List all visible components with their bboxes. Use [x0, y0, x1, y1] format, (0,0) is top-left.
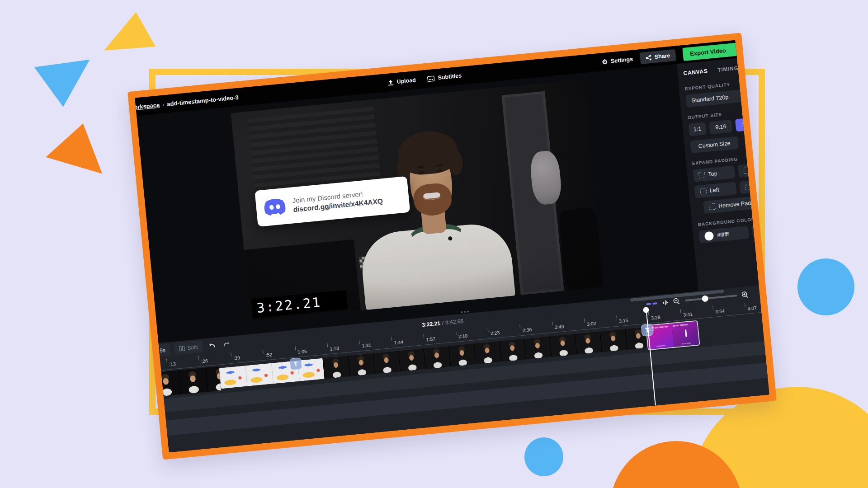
decor-triangle-orange: [45, 120, 107, 174]
upload-label: Upload: [396, 77, 416, 85]
undo-button[interactable]: [206, 339, 217, 352]
ruler-tick: 2:23: [488, 328, 489, 338]
share-label: Share: [654, 52, 670, 60]
decor-circle-blue: [797, 258, 854, 315]
subtitles-button[interactable]: Subtitles: [427, 72, 462, 82]
ruler-tick: :26: [198, 356, 199, 366]
share-icon: [645, 54, 651, 61]
settings-label: Settings: [610, 56, 633, 65]
breadcrumb-project-name: add-timestamp-to-video-3: [167, 94, 239, 107]
endcard-title-2: START EDITING: [673, 323, 696, 327]
redo-button[interactable]: [220, 338, 232, 350]
ratio-9-16-button[interactable]: 9:16: [709, 119, 732, 134]
editor-window-frame: Workspace › add-timestamp-to-video-3 Upl…: [127, 33, 777, 460]
pad-left-button[interactable]: Left: [694, 182, 737, 198]
text-layer-badge-1[interactable]: T: [289, 357, 302, 370]
total-duration: 3:42.66: [445, 318, 463, 326]
clip-screen-recording[interactable]: [219, 358, 324, 389]
subtitles-label: Subtitles: [438, 72, 462, 81]
current-time: 3:22.21: [422, 320, 441, 328]
upload-button[interactable]: Upload: [387, 77, 416, 86]
ruler-tick: 2:49: [552, 322, 553, 332]
ruler-tick: 3:54: [712, 306, 713, 316]
endcard-subtitle: SUBSCRIBE: [648, 344, 674, 348]
ruler-tick: 1:31: [359, 340, 360, 350]
breadcrumb-workspace-link[interactable]: Workspace: [135, 101, 160, 111]
decor-triangle-blue: [34, 60, 94, 109]
ruler-tick: 2:10: [456, 331, 457, 341]
endcard-frame-2: START EDITING SUBSCRIBE: [672, 321, 699, 347]
export-video-label: Export Video: [689, 47, 726, 57]
ruler-tick: 3:02: [584, 319, 585, 328]
zoom-out-icon[interactable]: [673, 297, 680, 305]
skip-back-button[interactable]: -5s: [152, 343, 171, 357]
eyedropper-button[interactable]: [752, 224, 768, 238]
remove-padding-icon: [709, 203, 716, 210]
pad-right-icon: [745, 183, 752, 190]
share-button[interactable]: Share: [640, 49, 676, 64]
ruler-tick: 3:15: [616, 315, 617, 325]
ruler-tick: 4:07: [745, 303, 745, 313]
clip-intro[interactable]: [151, 366, 221, 397]
endcard-subtitle-2: SUBSCRIBE: [674, 342, 699, 346]
color-hex-value: #ffffff: [717, 231, 729, 238]
pad-top-icon: [698, 172, 705, 178]
tab-canvas[interactable]: CANVAS: [683, 68, 708, 76]
video-preview[interactable]: Join my Discord server! discord.gg/invit…: [231, 79, 604, 321]
split-button[interactable]: Split: [173, 340, 203, 355]
decor-triangle-yellow: [104, 9, 160, 58]
ruler-tick: 1:05: [295, 346, 296, 356]
pad-left-label: Left: [709, 187, 719, 194]
video-editor-app: Workspace › add-timestamp-to-video-3 Upl…: [135, 40, 769, 452]
pad-left-icon: [700, 188, 707, 195]
ruler-tick: 2:36: [520, 324, 521, 334]
split-icon: [179, 345, 185, 351]
ruler-tick: 3:41: [680, 309, 681, 319]
zoom-in-icon[interactable]: [741, 291, 749, 299]
split-view-icon[interactable]: [662, 299, 669, 305]
settings-button[interactable]: ⚙ Settings: [602, 56, 633, 66]
pad-top-button[interactable]: Top: [693, 165, 735, 182]
ruler-tick: :39: [231, 352, 231, 362]
subtitles-icon: [427, 75, 435, 82]
split-label: Split: [187, 343, 198, 351]
marketing-canvas: Workspace › add-timestamp-to-video-3 Upl…: [0, 0, 868, 488]
tab-timing[interactable]: TIMING: [717, 65, 739, 73]
background-color-swatch-button[interactable]: #ffffff: [698, 226, 749, 243]
breadcrumb-separator: ›: [162, 101, 165, 108]
time-separator: /: [442, 320, 444, 326]
ruler-tick: 1:18: [327, 343, 328, 353]
discord-logo-icon: [262, 197, 288, 218]
ruler-tick: 3:28: [648, 312, 649, 322]
ratio-1-1-button[interactable]: 1:1: [688, 122, 707, 136]
export-video-button[interactable]: Export Video: [682, 41, 752, 61]
zoom-slider-knob[interactable]: [702, 295, 708, 302]
clip-endcard[interactable]: START EDITING FOR FREE! SUBSCRIBE START …: [646, 320, 700, 351]
gear-icon: ⚙: [602, 58, 608, 65]
ruler-tick: :52: [263, 349, 264, 359]
remove-padding-label: Remove Padding: [718, 199, 762, 209]
upload-icon: [387, 79, 394, 85]
ruler-tick: 1:44: [391, 337, 392, 347]
ruler-tick: :13: [166, 359, 167, 369]
pad-bottom-icon: [743, 167, 750, 174]
discord-card-text: Join my Discord server! discord.gg/invit…: [292, 188, 383, 214]
pad-top-label: Top: [708, 170, 717, 178]
ruler-tick: 1:57: [423, 334, 424, 344]
color-swatch: [704, 231, 714, 241]
fit-timeline-icon[interactable]: [646, 302, 657, 305]
decor-circle-blue-small: [524, 437, 563, 476]
endcard-text-cursor: [685, 329, 687, 337]
